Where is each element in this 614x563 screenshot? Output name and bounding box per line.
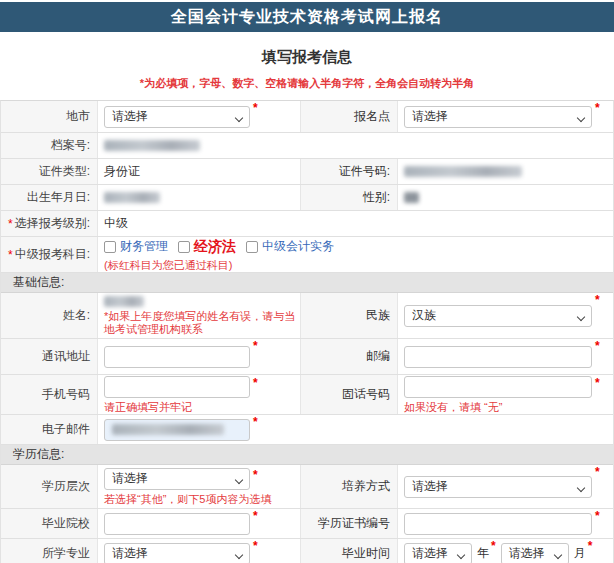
address-label: 通讯地址 [1, 339, 98, 374]
required-asterisk: * [491, 539, 496, 553]
city-label: 地市 [1, 101, 98, 132]
required-asterisk: * [253, 539, 258, 553]
edu-level-select[interactable]: 请选择 [104, 468, 250, 490]
city-select[interactable]: 请选择 [104, 106, 250, 128]
major-select[interactable]: 请选择 [104, 543, 250, 563]
chevron-down-icon [235, 113, 243, 121]
chevron-down-icon [235, 550, 243, 558]
gender-label: 性别: [301, 185, 398, 210]
required-asterisk: * [253, 509, 258, 523]
page-title: 填写报考信息 [0, 48, 614, 67]
mobile-label: 手机号码 [1, 375, 98, 414]
subject-label-practice[interactable]: 中级会计实务 [262, 238, 334, 255]
subject-checkbox-economic-law[interactable] [178, 241, 190, 253]
school-label: 毕业院校 [1, 509, 98, 538]
row-edulevel-training: 学历层次 请选择 * 若选择“其他”，则下5项内容为选填 培养方式 请选择 * [1, 465, 613, 509]
edu-level-label: 学历层次 [1, 465, 98, 508]
required-asterisk: * [595, 293, 600, 307]
archive-no-redacted-value [104, 140, 200, 151]
subjects-label: * 中级报考科目: [1, 237, 98, 272]
chevron-down-icon [235, 475, 243, 483]
major-label: 所学专业 [1, 539, 98, 563]
required-asterisk: * [253, 415, 258, 429]
chevron-down-icon [457, 550, 465, 558]
chevron-down-icon [577, 312, 585, 320]
ethnicity-select-value: 汉族 [412, 307, 436, 324]
email-redacted-value [112, 424, 224, 435]
section-basic-info: 基础信息: [1, 273, 613, 293]
training-mode-label: 培养方式 [301, 465, 398, 508]
grad-month-select[interactable]: 请选择 [501, 543, 569, 563]
id-type-value: 身份证 [98, 159, 301, 184]
mobile-note: 请正确填写并牢记 [104, 401, 192, 414]
regpoint-select-value: 请选择 [412, 108, 448, 125]
row-school-certno: 毕业院校 * 学历证书编号 * [1, 509, 613, 539]
edu-level-select-value: 请选择 [112, 470, 148, 487]
major-select-value: 请选择 [112, 545, 148, 562]
city-select-value: 请选择 [112, 108, 148, 125]
app-title: 全国会计专业技术资格考试网上报名 [171, 7, 443, 28]
cert-no-input[interactable] [404, 513, 592, 535]
subject-label-finance[interactable]: 财务管理 [120, 238, 168, 255]
row-subjects: * 中级报考科目: 财务管理 经济法 中级会计实务 (标红科目为您已通过科目) [1, 237, 613, 273]
row-address-postcode: 通讯地址 * 邮编 * [1, 339, 613, 375]
required-asterisk: * [8, 248, 13, 262]
training-mode-select[interactable]: 请选择 [404, 476, 592, 498]
landline-input[interactable] [404, 376, 592, 398]
registration-form: 地市 请选择 * 报名点 请选择 * 档案号: 证件类型: 身份证 证件号码: [0, 100, 614, 563]
email-label: 电子邮件 [1, 415, 98, 444]
required-asterisk: * [253, 101, 258, 115]
grad-year-select[interactable]: 请选择 [404, 543, 472, 563]
row-exam-level: * 选择报考级别: 中级 [1, 211, 613, 237]
email-input[interactable] [104, 419, 250, 441]
required-asterisk: * [595, 376, 600, 390]
regpoint-select[interactable]: 请选择 [404, 106, 592, 128]
section-education-info: 学历信息: [1, 445, 613, 465]
mobile-input[interactable] [104, 376, 250, 398]
chevron-down-icon [577, 113, 585, 121]
exam-level-value: 中级 [98, 211, 613, 236]
id-number-redacted-value [404, 166, 522, 177]
grad-month-select-value: 请选择 [509, 545, 545, 562]
id-number-label: 证件号码: [301, 159, 398, 184]
required-asterisk: * [588, 539, 593, 553]
grad-year-suffix: 年 [477, 545, 489, 562]
landline-label: 固话号码 [301, 375, 398, 414]
id-type-label: 证件类型: [1, 159, 98, 184]
edu-level-note: 若选择“其他”，则下5项内容为选填 [104, 493, 271, 506]
training-mode-select-value: 请选择 [412, 478, 448, 495]
school-input[interactable] [104, 513, 250, 535]
grad-time-label: 毕业时间 [301, 539, 398, 563]
row-archive-no: 档案号: [1, 133, 613, 159]
required-asterisk: * [595, 101, 600, 115]
row-city-regpoint: 地市 请选择 * 报名点 请选择 * [1, 101, 613, 133]
regpoint-label: 报名点 [301, 101, 398, 132]
subject-checkbox-finance[interactable] [104, 241, 116, 253]
chevron-down-icon [577, 483, 585, 491]
required-asterisk: * [253, 468, 258, 482]
required-asterisk: * [595, 465, 600, 479]
subjects-note: (标红科目为您已通过科目) [104, 259, 232, 272]
required-asterisk: * [595, 339, 600, 353]
name-note: *如果上年度您填写的姓名有误，请与当地考试管理机构联系 [104, 310, 300, 336]
subject-label-economic-law[interactable]: 经济法 [194, 238, 236, 256]
ethnicity-label: 民族 [301, 293, 398, 338]
name-label: 姓名: [1, 293, 98, 338]
grad-year-select-value: 请选择 [412, 545, 448, 562]
address-input[interactable] [104, 346, 250, 368]
ethnicity-select[interactable]: 汉族 [404, 305, 592, 327]
row-major-gradtime: 所学专业 请选择 * 毕业时间 请选择 年 * 请选择 月 * [1, 539, 613, 563]
postcode-label: 邮编 [301, 339, 398, 374]
gender-redacted-value [404, 192, 419, 203]
required-asterisk: * [253, 376, 258, 390]
row-mobile-landline: 手机号码 * 请正确填写并牢记 固话号码 * 如果没有，请填 “无” [1, 375, 613, 415]
row-email: 电子邮件 * [1, 415, 613, 445]
required-fields-note: *为必填项，字母、数字、空格请输入半角字符，全角会自动转为半角 [0, 76, 614, 91]
postcode-input[interactable] [404, 346, 592, 368]
row-birth-gender: 出生年月日: 性别: [1, 185, 613, 211]
row-name-ethnicity: 姓名: *如果上年度您填写的姓名有误，请与当地考试管理机构联系 民族 汉族 * [1, 293, 613, 339]
birth-date-redacted-value [104, 192, 160, 203]
subject-checkbox-practice[interactable] [246, 241, 258, 253]
grad-month-suffix: 月 [574, 545, 586, 562]
required-asterisk: * [595, 509, 600, 523]
